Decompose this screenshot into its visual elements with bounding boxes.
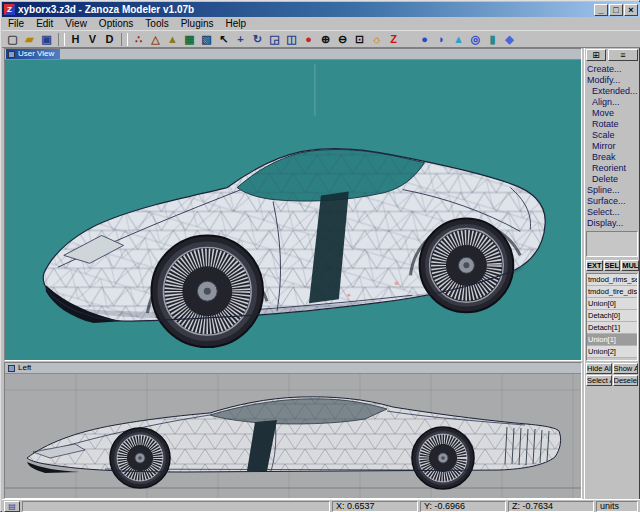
show-all-button[interactable]: Show All	[613, 363, 639, 374]
mirror-icon[interactable]: ◫	[283, 32, 300, 47]
create-cylinder-icon[interactable]: ▮	[484, 32, 501, 47]
zoom-extents-icon[interactable]: ⊡	[351, 32, 368, 47]
sel-mode-button[interactable]: SEL	[604, 260, 621, 271]
menu-view[interactable]: View	[59, 18, 93, 29]
select-all-button[interactable]: Select All	[586, 375, 612, 386]
menu-tools[interactable]: Tools	[139, 18, 174, 29]
zoom-out-icon[interactable]: ⊖	[334, 32, 351, 47]
save-icon[interactable]: ▣	[38, 32, 55, 47]
menu-options[interactable]: Options	[93, 18, 139, 29]
menu-edit[interactable]: Edit	[30, 18, 59, 29]
ext-mode-button[interactable]: EXT	[586, 260, 603, 271]
viewport-icon	[8, 51, 15, 58]
command-move[interactable]: Move	[587, 108, 638, 119]
rear-wheel	[420, 218, 514, 312]
create-sphere-icon[interactable]: ●	[416, 32, 433, 47]
rotate-icon[interactable]: ↻	[249, 32, 266, 47]
left-view-chip: Left	[6, 363, 37, 373]
command-modify[interactable]: Modify...	[587, 75, 638, 86]
vertices-mode-icon[interactable]: ∴	[130, 32, 147, 47]
status-z-coordinate: Z: -0.7634	[508, 501, 594, 512]
command-rotate[interactable]: Rotate	[587, 119, 638, 130]
status-message-area	[22, 501, 330, 512]
maximize-button[interactable]: □	[609, 4, 623, 16]
new-file-icon[interactable]: ▢	[4, 32, 21, 47]
viewport-left-view: Left	[4, 362, 582, 499]
z-plugin-icon[interactable]: Z	[385, 32, 402, 47]
command-scale[interactable]: Scale	[587, 130, 638, 141]
panel-grid-button[interactable]: ⊞	[586, 49, 606, 61]
zoom-in-icon[interactable]: ⊕	[317, 32, 334, 47]
toggle-h-icon[interactable]: H	[67, 32, 84, 47]
left-view-canvas[interactable]	[5, 374, 581, 498]
panel-top-buttons: ⊞ ≡	[586, 49, 638, 61]
scene-list-item[interactable]: Union[1]	[587, 334, 637, 346]
command-reorient[interactable]: Reorient	[587, 163, 638, 174]
create-prism-icon[interactable]: ◆	[501, 32, 518, 47]
command-create[interactable]: Create...	[587, 64, 638, 75]
scene-list-item[interactable]: Detach[1]	[587, 322, 637, 334]
create-hemisphere-icon[interactable]: ◗	[433, 32, 450, 47]
car-perspective-model	[43, 149, 545, 347]
viewport-user-view: User View	[4, 48, 582, 361]
hide-all-button[interactable]: Hide All	[586, 363, 612, 374]
status-y-coordinate: Y: -0.6966	[420, 501, 506, 512]
viewport-icon	[8, 365, 15, 372]
user-view-caption[interactable]: User View	[5, 49, 581, 60]
menu-help[interactable]: Help	[220, 18, 253, 29]
menu-bar: File Edit View Options Tools Plugins Hel…	[2, 17, 640, 30]
select-arrow-icon[interactable]: ↖	[215, 32, 232, 47]
visibility-buttons: Hide All Show All	[586, 363, 638, 374]
uv-mode-icon[interactable]: ▧	[198, 32, 215, 47]
minimize-button[interactable]: _	[594, 4, 608, 16]
scene-list-item[interactable]: tmdod_tire_disc_set	[587, 286, 637, 298]
toggle-v-icon[interactable]: V	[84, 32, 101, 47]
window-title: xyborx3.z3d - Zanoza Modeler v1.07b	[18, 4, 593, 15]
user-view-canvas[interactable]	[5, 60, 581, 360]
command-delete[interactable]: Delete	[587, 174, 638, 185]
move-icon[interactable]: +	[232, 32, 249, 47]
menu-file[interactable]: File	[2, 18, 30, 29]
command-display[interactable]: Display...	[587, 218, 638, 229]
scene-list-item[interactable]: Detach[0]	[587, 310, 637, 322]
status-grid-button[interactable]: ▤	[4, 501, 20, 512]
scene-list-item[interactable]: Union[2]	[587, 346, 637, 358]
status-bar: ▤ X: 0.6537 Y: -0.6966 Z: -0.7634 units	[2, 499, 640, 512]
user-view-label: User View	[18, 49, 54, 59]
edges-mode-icon[interactable]: △	[147, 32, 164, 47]
command-spline[interactable]: Spline...	[587, 185, 638, 196]
scale-icon[interactable]: ◲	[266, 32, 283, 47]
panel-menu-button[interactable]: ≡	[608, 49, 638, 61]
command-select[interactable]: Select...	[587, 207, 638, 218]
command-mirror[interactable]: Mirror	[587, 141, 638, 152]
scene-list-item[interactable]: Union[0]	[587, 298, 637, 310]
user-view-chip: User View	[6, 49, 60, 59]
left-view-caption[interactable]: Left	[5, 363, 581, 374]
mesh-mode-icon[interactable]: ▦	[181, 32, 198, 47]
faces-mode-icon[interactable]: ▲	[164, 32, 181, 47]
create-cone-icon[interactable]: ▲	[450, 32, 467, 47]
close-button[interactable]: ×	[624, 4, 638, 16]
command-align[interactable]: Align...	[587, 97, 638, 108]
app-icon[interactable]: Z	[4, 4, 15, 15]
command-options-box[interactable]	[586, 231, 638, 257]
command-break[interactable]: Break	[587, 152, 638, 163]
side-rear-wheel	[412, 427, 474, 489]
open-folder-icon[interactable]: ▰	[21, 32, 38, 47]
command-list: Create... Modify... Extended... Align...…	[587, 64, 638, 229]
right-command-panel: ⊞ ≡ Create... Modify... Extended... Alig…	[584, 48, 639, 499]
deselect-button[interactable]: Deselect	[613, 375, 639, 386]
title-bar: Z xyborx3.z3d - Zanoza Modeler v1.07b _ …	[2, 2, 640, 17]
main-toolbar: ▢ ▰ ▣ H V D ∴ △ ▲ ▦ ▧ ↖ + ↻ ◲ ◫ ● ⊕ ⊖ ⊡ …	[2, 30, 640, 48]
create-torus-icon[interactable]: ◎	[467, 32, 484, 47]
toggle-d-icon[interactable]: D	[101, 32, 118, 47]
menu-plugins[interactable]: Plugins	[175, 18, 220, 29]
scene-list-item[interactable]: tmdod_rims_set	[587, 274, 637, 286]
mul-mode-button[interactable]: MUL	[621, 260, 639, 271]
command-surface[interactable]: Surface...	[587, 196, 638, 207]
car-side-model	[27, 397, 561, 489]
delete-sphere-icon[interactable]: ●	[300, 32, 317, 47]
light-icon[interactable]: ☼	[368, 32, 385, 47]
toolbar-separator	[58, 33, 65, 46]
command-extended[interactable]: Extended...	[587, 86, 638, 97]
